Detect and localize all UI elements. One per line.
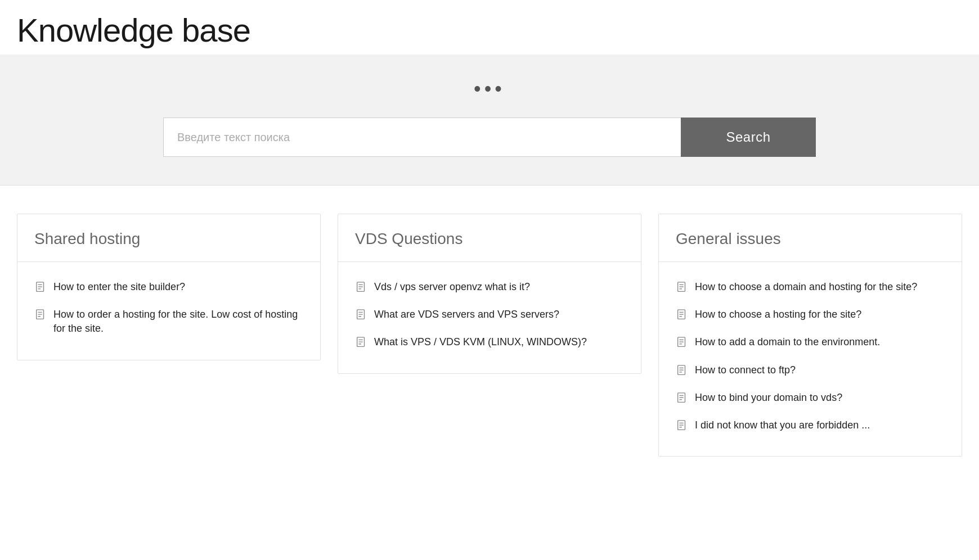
category-title-shared-hosting: Shared hosting: [34, 230, 303, 248]
category-title-vds-questions: VDS Questions: [355, 230, 624, 248]
category-card-general-issues: General issues How to choose a domain an…: [658, 214, 962, 457]
item-text: How to choose a domain and hosting for t…: [695, 280, 917, 294]
search-bar: Search: [163, 118, 816, 157]
category-header-vds-questions: VDS Questions: [338, 214, 641, 262]
categories-section: Shared hosting How to enter the site bui…: [0, 186, 979, 479]
list-item[interactable]: How to order a hosting for the site. Low…: [29, 301, 309, 342]
document-icon: [34, 309, 47, 321]
document-icon: [34, 281, 47, 293]
document-icon: [676, 309, 688, 321]
item-text: How to add a domain to the environment.: [695, 335, 880, 349]
category-title-general-issues: General issues: [676, 230, 945, 248]
item-text: Vds / vps server openvz what is it?: [374, 280, 530, 294]
item-text: How to bind your domain to vds?: [695, 391, 842, 405]
document-icon: [676, 392, 688, 404]
list-item[interactable]: How to choose a domain and hosting for t…: [670, 273, 950, 301]
search-section: ••• Search: [0, 55, 979, 186]
category-items-shared-hosting: How to enter the site builder? How to or…: [17, 262, 320, 360]
item-text: What are VDS servers and VPS servers?: [374, 308, 559, 322]
item-text: How to enter the site builder?: [53, 280, 185, 294]
list-item[interactable]: How to choose a hosting for the site?: [670, 301, 950, 328]
item-text: How to connect to ftp?: [695, 363, 796, 377]
search-dots: •••: [474, 77, 505, 101]
item-text: What is VPS / VDS KVM (LINUX, WINDOWS)?: [374, 335, 587, 349]
list-item[interactable]: I did not know that you are forbidden ..…: [670, 412, 950, 439]
category-items-vds-questions: Vds / vps server openvz what is it? What…: [338, 262, 641, 373]
category-card-shared-hosting: Shared hosting How to enter the site bui…: [17, 214, 321, 360]
document-icon: [676, 419, 688, 432]
document-icon: [676, 281, 688, 293]
list-item[interactable]: How to enter the site builder?: [29, 273, 309, 301]
page-title: Knowledge base: [17, 11, 962, 49]
document-icon: [355, 281, 367, 293]
list-item[interactable]: How to connect to ftp?: [670, 356, 950, 384]
category-items-general-issues: How to choose a domain and hosting for t…: [659, 262, 962, 456]
document-icon: [676, 364, 688, 377]
document-icon: [355, 309, 367, 321]
category-card-vds-questions: VDS Questions Vds / vps server openvz wh…: [338, 214, 641, 374]
item-text: How to order a hosting for the site. Low…: [53, 308, 303, 336]
document-icon: [355, 336, 367, 349]
list-item[interactable]: How to bind your domain to vds?: [670, 384, 950, 412]
list-item[interactable]: What are VDS servers and VPS servers?: [349, 301, 630, 328]
category-header-general-issues: General issues: [659, 214, 962, 262]
item-text: I did not know that you are forbidden ..…: [695, 418, 870, 432]
category-header-shared-hosting: Shared hosting: [17, 214, 320, 262]
search-button[interactable]: Search: [681, 118, 816, 157]
list-item[interactable]: Vds / vps server openvz what is it?: [349, 273, 630, 301]
search-input[interactable]: [163, 118, 681, 157]
page-header: Knowledge base: [0, 0, 979, 55]
list-item[interactable]: How to add a domain to the environment.: [670, 328, 950, 356]
document-icon: [676, 336, 688, 349]
list-item[interactable]: What is VPS / VDS KVM (LINUX, WINDOWS)?: [349, 328, 630, 356]
item-text: How to choose a hosting for the site?: [695, 308, 861, 322]
